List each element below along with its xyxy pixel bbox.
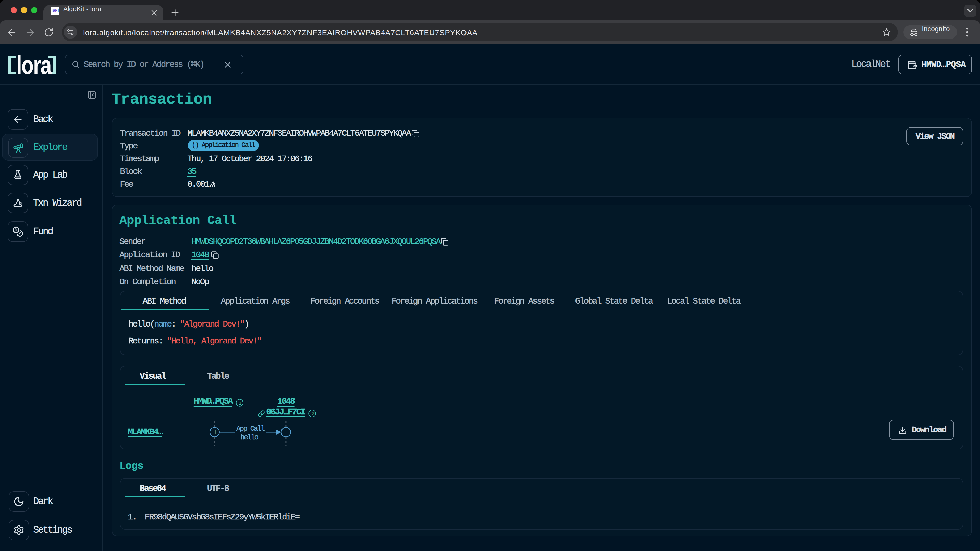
- svg-text:2: 2: [311, 411, 313, 416]
- svg-text:1: 1: [213, 429, 217, 436]
- svg-text:1: 1: [239, 400, 241, 406]
